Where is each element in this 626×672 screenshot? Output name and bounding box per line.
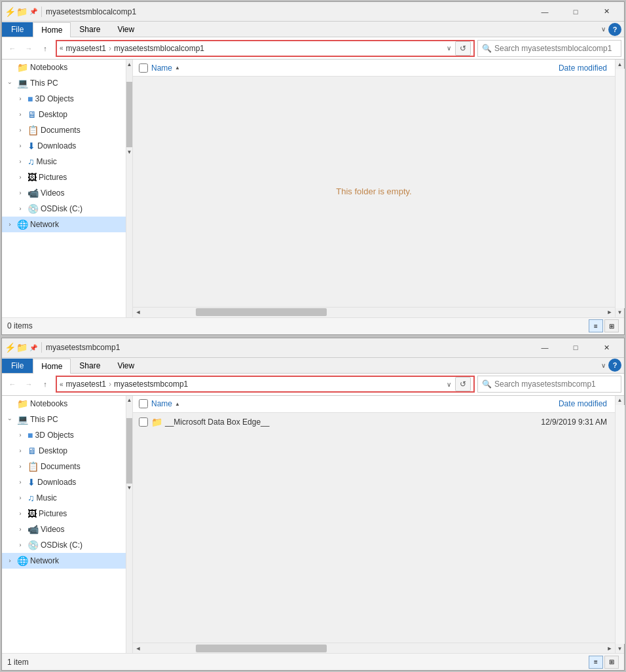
sidebar-item-documents-2[interactable]: › 📋 Documents (2, 459, 126, 474)
sidebar-item-music-2[interactable]: › ♫ Music (2, 490, 126, 506)
nav-arrows-2: ← → ↑ (5, 375, 53, 393)
file-row-0[interactable]: 📁 __Microsoft Data Box Edge__ 12/9/2019 … (133, 413, 615, 431)
v-scroll-down-1[interactable]: ▼ (616, 308, 625, 317)
address-bar-2[interactable]: « myasetest1 › myasetestsmbcomp1 ∨ ↺ (56, 376, 475, 393)
close-button-1[interactable]: ✕ (591, 3, 621, 21)
sidebar-item-3dobjects-1[interactable]: › ■ 3D Objects (2, 91, 126, 107)
h-scrollbar-2: ◄ ► (133, 643, 615, 653)
col-name-header-1[interactable]: Name ▲ (151, 63, 507, 73)
sidebar-item-downloads-1[interactable]: › ⬇ Downloads (2, 138, 126, 154)
file-checkbox-0[interactable] (139, 417, 148, 427)
maximize-button-2[interactable]: □ (561, 338, 591, 357)
addr-chevron-1: « (60, 44, 64, 52)
h-scroll-track-1[interactable] (143, 308, 604, 316)
v-scroll-up-1[interactable]: ▲ (616, 60, 625, 69)
sidebar-item-osdisk-1[interactable]: › 💿 OSDisk (C:) (2, 201, 126, 217)
tab-share-2[interactable]: Share (71, 358, 109, 373)
col-date-header-2[interactable]: Date modified (507, 399, 612, 408)
view-details-btn-2[interactable]: ≡ (589, 656, 603, 669)
forward-button-2[interactable]: → (21, 375, 37, 393)
tab-file-1[interactable]: File (2, 22, 33, 37)
view-large-btn-2[interactable]: ⊞ (604, 656, 619, 669)
sidebar-item-videos-2[interactable]: › 📹 Videos (2, 522, 126, 537)
h-scroll-left-1[interactable]: ◄ (133, 307, 143, 317)
sidebar-item-videos-1[interactable]: › 📹 Videos (2, 185, 126, 201)
forward-button-1[interactable]: → (21, 39, 37, 58)
tab-view-1[interactable]: View (109, 22, 143, 37)
sidebar-item-pictures-2[interactable]: › 🖼 Pictures (2, 506, 126, 522)
h-scroll-right-2[interactable]: ► (604, 643, 615, 654)
sidebar-item-notebooks-2[interactable]: 📁 Notebooks (2, 396, 126, 412)
tab-view-2[interactable]: View (109, 358, 143, 373)
select-all-checkbox-1[interactable] (139, 63, 148, 73)
v-scroll-down-2[interactable]: ▼ (616, 644, 625, 653)
back-button-2[interactable]: ← (5, 375, 20, 393)
search-input-2[interactable] (494, 380, 617, 389)
help-button-2[interactable]: ? (608, 359, 621, 372)
expand-arrow-notebooks-2 (5, 398, 15, 409)
tab-file-2[interactable]: File (2, 359, 33, 373)
addr-sep-1: › (109, 44, 111, 53)
back-button-1[interactable]: ← (5, 39, 20, 58)
sidebar-label-music-1: Music (37, 157, 57, 166)
v-scroll-track-2[interactable] (616, 405, 625, 645)
expand-arrow-music-1: › (15, 156, 26, 167)
sidebar-label-documents-1: Documents (41, 126, 81, 135)
window2: ⚡ 📁 📌 myasetestsmbcomp1 — □ ✕ File Home … (1, 338, 625, 671)
help-button-1[interactable]: ? (608, 23, 621, 36)
sidebar-item-pictures-1[interactable]: › 🖼 Pictures (2, 169, 126, 185)
refresh-button-1[interactable]: ↺ (455, 41, 471, 56)
main-area-1: 📁 Notebooks › 💻 This PC › ■ 3D Objects (2, 60, 624, 317)
column-header-1: Name ▲ Date modified (133, 60, 615, 77)
file-date-0: 12/9/2019 9:31 AM (507, 417, 612, 427)
expand-arrow-videos-2: › (15, 524, 26, 535)
address-bar-1[interactable]: « myasetest1 › myasetestsmblocalcomp1 ∨ … (56, 40, 475, 57)
sidebar-item-desktop-2[interactable]: › 🖥 Desktop (2, 443, 126, 459)
view-large-btn-1[interactable]: ⊞ (604, 319, 619, 332)
addr-dropdown-btn-2[interactable]: ∨ (445, 381, 452, 388)
sidebar-vscroll-2[interactable]: ▲ ▼ (126, 396, 132, 654)
ribbon-collapse-btn-1[interactable]: ∨ (601, 26, 606, 33)
sidebar-item-downloads-2[interactable]: › ⬇ Downloads (2, 474, 126, 490)
tab-home-2[interactable]: Home (33, 359, 71, 374)
sidebar-item-notebooks-1[interactable]: 📁 Notebooks (2, 60, 126, 75)
sidebar-item-3dobjects-2[interactable]: › ■ 3D Objects (2, 427, 126, 443)
view-details-btn-1[interactable]: ≡ (589, 319, 603, 332)
minimize-button-1[interactable]: — (530, 3, 560, 21)
sidebar-item-network-1[interactable]: › 🌐 Network (2, 217, 126, 232)
maximize-button-1[interactable]: □ (561, 3, 591, 21)
h-scroll-left-2[interactable]: ◄ (133, 643, 143, 654)
tab-share-1[interactable]: Share (71, 22, 109, 37)
sidebar-item-thispc-2[interactable]: › 💻 This PC (2, 412, 126, 427)
sidebar-item-desktop-1[interactable]: › 🖥 Desktop (2, 107, 126, 122)
expand-arrow-thispc-1: › (5, 78, 15, 88)
select-all-checkbox-2[interactable] (139, 399, 148, 408)
addr-dropdown-btn-1[interactable]: ∨ (445, 44, 452, 52)
sidebar-item-osdisk-2[interactable]: › 💿 OSDisk (C:) (2, 537, 126, 553)
app-icon-pin: 📌 (28, 7, 39, 17)
folder-icon-desktop-2: 🖥 (28, 446, 37, 456)
v-scroll-up-2[interactable]: ▲ (616, 396, 625, 405)
search-input-1[interactable] (494, 44, 617, 53)
sidebar-item-music-1[interactable]: › ♫ Music (2, 154, 126, 169)
sidebar-item-thispc-1[interactable]: › 💻 This PC (2, 75, 126, 91)
tab-home-1[interactable]: Home (33, 22, 71, 37)
sidebar-item-network-2[interactable]: › 🌐 Network (2, 553, 126, 569)
up-button-2[interactable]: ↑ (37, 375, 53, 393)
h-scroll-right-1[interactable]: ► (604, 307, 615, 317)
refresh-button-2[interactable]: ↺ (455, 377, 471, 391)
close-button-2[interactable]: ✕ (591, 338, 621, 357)
v-scroll-track-1[interactable] (616, 69, 625, 308)
folder-icon-pictures-2: 🖼 (28, 508, 37, 519)
col-date-header-1[interactable]: Date modified (507, 63, 612, 73)
folder-icon-videos-1: 📹 (28, 188, 39, 198)
minimize-button-2[interactable]: — (530, 338, 560, 357)
sidebar-vscroll-1[interactable]: ▲ ▼ (126, 60, 132, 317)
folder-icon-downloads-1: ⬇ (28, 141, 35, 151)
file-name-0: __Microsoft Data Box Edge__ (165, 417, 507, 427)
up-button-1[interactable]: ↑ (37, 39, 53, 58)
col-name-header-2[interactable]: Name ▲ (151, 399, 507, 408)
h-scroll-track-2[interactable] (143, 645, 604, 652)
ribbon-collapse-btn-2[interactable]: ∨ (601, 362, 606, 369)
sidebar-item-documents-1[interactable]: › 📋 Documents (2, 122, 126, 138)
